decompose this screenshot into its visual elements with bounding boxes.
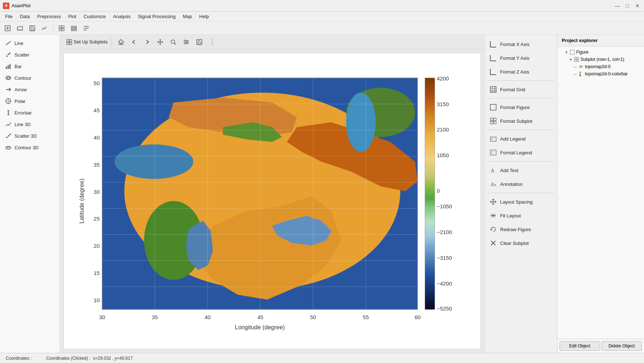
back-button[interactable] (128, 36, 140, 48)
forward-button[interactable] (141, 36, 153, 48)
svg-text:55: 55 (363, 314, 369, 320)
edit-object-button[interactable]: Edit Object (560, 341, 600, 351)
pan-button[interactable] (154, 36, 166, 48)
format-z-axis-button[interactable]: Format Z Axis (485, 65, 557, 78)
sidebar-item-arrow[interactable]: Arrow (0, 84, 59, 95)
format-subplot-button[interactable]: Format Subplot (485, 114, 557, 128)
settings-button[interactable] (180, 36, 192, 48)
redraw-figure-button[interactable]: Redraw Figure (485, 223, 557, 236)
list-view-button[interactable] (68, 23, 79, 33)
right-panel: Format X Axis Format Y Axis Format Z Axi… (485, 35, 557, 353)
delete-object-button[interactable]: Delete Object (602, 341, 642, 351)
pe-item-figure[interactable]: ▼ Figure (559, 49, 643, 56)
add-text-button[interactable]: A Add Text (485, 164, 557, 177)
pe-item-colorbar[interactable]: — topomap2d-0-colorbar (559, 70, 643, 78)
save-fig-button[interactable] (194, 36, 205, 48)
clear-subplot-button[interactable]: Clear Subplot (485, 237, 557, 250)
svg-text:20: 20 (94, 243, 100, 249)
menu-signal-processing[interactable]: Signal Processing (134, 12, 179, 21)
main-toolbar (0, 22, 644, 35)
colorbar-tree-icon (578, 71, 583, 76)
open-button[interactable] (14, 23, 25, 33)
svg-rect-7 (31, 28, 34, 30)
format-figure-button[interactable]: Format Figure (485, 101, 557, 114)
svg-rect-10 (59, 29, 61, 31)
panel-sep-3 (488, 130, 554, 130)
sidebar-item-line3d[interactable]: Line 3D (0, 119, 59, 130)
home-button[interactable] (115, 36, 127, 48)
fit-icon (489, 212, 497, 220)
svg-text:4200: 4200 (437, 75, 449, 82)
format-y-axis-button[interactable]: Format Y Axis (485, 51, 557, 64)
svg-text:35: 35 (94, 162, 100, 168)
menu-preprocess[interactable]: Preprocess (33, 12, 65, 21)
menu-data[interactable]: Data (16, 12, 33, 21)
sidebar-item-polar[interactable]: Polar (0, 96, 59, 107)
svg-rect-140 (490, 150, 496, 155)
format-grid-button[interactable]: Format Grid (485, 83, 557, 96)
sidebar-item-bar[interactable]: Bar (0, 61, 59, 72)
menu-map[interactable]: Map (179, 12, 195, 21)
add-legend-button[interactable]: Add Legend (485, 132, 557, 145)
sidebar-item-errorbar[interactable]: Errorbar (0, 107, 59, 118)
setup-subplots-button[interactable]: Set Up Subplots (63, 38, 112, 46)
svg-text:30: 30 (94, 189, 100, 195)
svg-text:35: 35 (152, 314, 158, 320)
svg-rect-134 (490, 121, 493, 124)
grid-view-button[interactable] (56, 23, 67, 33)
svg-rect-6 (31, 26, 33, 28)
sidebar-item-scatter[interactable]: Scatter (0, 49, 59, 60)
more-button[interactable]: ⋮ (207, 36, 218, 48)
sidebar-item-contour3d[interactable]: Contour 3D (0, 142, 59, 153)
add-text-label: Add Text (500, 168, 518, 173)
format-x-axis-label: Format X Axis (500, 42, 529, 47)
sidebar-label-scatter3d: Scatter 3D (14, 133, 37, 139)
menu-help[interactable]: Help (196, 12, 213, 21)
save-button[interactable] (27, 23, 38, 33)
format-legend-button[interactable]: Format Legend (485, 146, 557, 159)
fit-layout-button[interactable]: Fit Layout (485, 209, 557, 222)
layout-spacing-button[interactable]: Layout Spacing (485, 195, 557, 208)
menu-customize[interactable]: Customize (80, 12, 109, 21)
menu-plot[interactable]: Plot (65, 12, 80, 21)
sidebar-item-line[interactable]: Line (0, 38, 59, 49)
svg-rect-58 (198, 39, 200, 41)
svg-text:60: 60 (415, 314, 421, 320)
pe-item-topomap[interactable]: — topomap2d-0 (559, 63, 643, 70)
svg-point-160 (580, 66, 582, 67)
sidebar-label-line3d: Line 3D (14, 122, 31, 127)
svg-line-146 (495, 184, 496, 186)
pe-colorbar-label: topomap2d-0-colorbar (585, 71, 628, 76)
svg-marker-46 (119, 39, 124, 45)
minimize-button[interactable]: — (614, 2, 621, 9)
sidebar-label-contour3d: Contour 3D (14, 145, 38, 150)
pe-topomap-label: topomap2d-0 (585, 64, 611, 69)
svg-text:30: 30 (99, 314, 105, 320)
close-button[interactable]: ✕ (634, 2, 641, 9)
subplot-tree-icon (574, 57, 579, 62)
svg-rect-45 (70, 42, 72, 45)
sidebar-item-contour[interactable]: Contour (0, 72, 59, 83)
svg-rect-136 (490, 137, 496, 141)
app-title: AsanPlot (12, 3, 614, 8)
project-explorer-title: Project explorer (557, 35, 644, 46)
menu-file[interactable]: File (1, 12, 16, 21)
menu-analysis[interactable]: Analysis (109, 12, 134, 21)
format-legend-label: Format Legend (500, 150, 532, 155)
panel-sep-5 (488, 193, 554, 193)
chart-button[interactable] (39, 23, 50, 33)
detail-view-button[interactable] (81, 23, 92, 33)
topomap-tree-icon (578, 64, 583, 69)
errorbar-icon (5, 109, 12, 116)
svg-rect-14 (71, 30, 76, 31)
sidebar-item-scatter3d[interactable]: Scatter 3D (0, 130, 59, 141)
annotation-button[interactable]: A Annotation (485, 178, 557, 191)
subplot-collapse-icon: ▼ (569, 58, 573, 62)
new-button[interactable] (2, 23, 13, 33)
zoom-button[interactable] (167, 36, 179, 48)
svg-line-34 (6, 124, 8, 127)
arrow-icon (5, 86, 12, 93)
format-x-axis-button[interactable]: Format X Axis (485, 38, 557, 51)
pe-item-subplot[interactable]: ▼ Subplot (row=1, col=1) (559, 56, 643, 63)
maximize-button[interactable]: □ (624, 2, 631, 9)
